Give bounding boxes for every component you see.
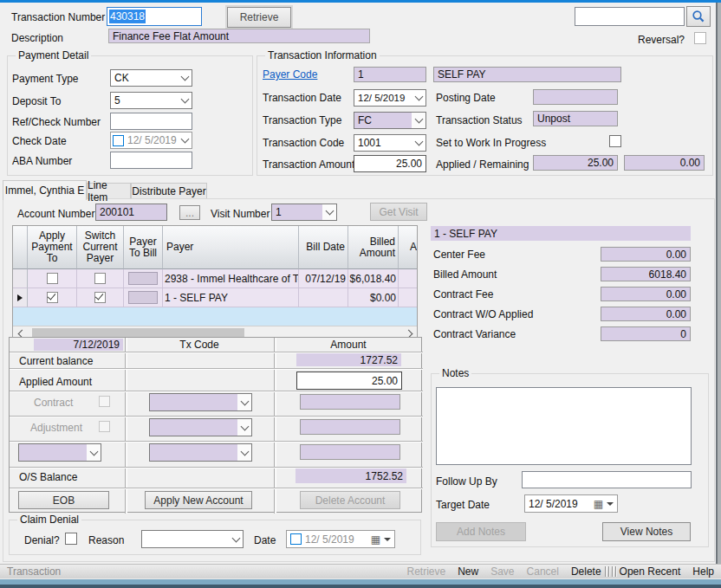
bill-date-cell[interactable]: 07/12/19 (299, 269, 348, 288)
billed-amount-label: Billed Amount (433, 268, 497, 281)
billed-amount-cell[interactable]: $6,018.40 (348, 269, 399, 288)
transaction-date-combo[interactable]: 12/ 5/2019 (354, 89, 426, 107)
visit-number-combo[interactable]: 1 (271, 204, 337, 221)
adjustment-tx-code-combo[interactable] (149, 418, 252, 436)
statusbar-new[interactable]: New (458, 565, 478, 578)
target-date-label: Target Date (436, 499, 490, 511)
denial-date-picker[interactable]: 12/ 5/2019 (286, 530, 395, 548)
transaction-amount-input[interactable]: 25.00 (354, 155, 426, 172)
billed-amount-cell[interactable]: $0.00 (348, 288, 399, 307)
applied-field: 25.00 (533, 155, 618, 171)
retrieve-button[interactable]: Retrieve (227, 7, 291, 28)
grid-col-payer[interactable]: Payer (163, 226, 299, 269)
payer-to-bill-cell[interactable] (128, 291, 158, 304)
statusbar-cancel[interactable]: Cancel (527, 565, 559, 578)
transaction-type-combo[interactable]: FC (354, 112, 426, 129)
contract-amount-field[interactable] (300, 394, 400, 410)
eob-button[interactable]: EOB (18, 491, 109, 509)
grid-col-switch-current-payer[interactable]: Switch Current Payer (77, 226, 124, 269)
statusbar-help[interactable]: Help (692, 565, 714, 578)
payer-summary-title: 1 - SELF PAY (431, 226, 691, 241)
table-row[interactable]: 2938 - Immel Healthcare of Texa 07/12/19… (13, 269, 417, 288)
apply-new-account-button[interactable]: Apply New Account (145, 491, 252, 509)
row-selector-cell[interactable] (13, 288, 28, 307)
extra-tx-code-combo[interactable] (149, 443, 252, 462)
deposit-to-combo[interactable]: 5 (110, 92, 192, 109)
switch-payer-checkbox[interactable] (94, 292, 106, 303)
contract-tx-code-combo[interactable] (149, 393, 252, 411)
statusbar-grip-icon (605, 566, 616, 577)
statusbar-save[interactable]: Save (490, 565, 514, 578)
reason-label: Reason (88, 534, 124, 546)
apply-payment-checkbox[interactable] (47, 292, 58, 303)
transaction-status-field: Unpost (533, 111, 618, 126)
adjustment-amount-field[interactable] (300, 419, 400, 435)
view-notes-button[interactable]: View Notes (602, 522, 691, 541)
statusbar-delete[interactable]: Delete (571, 565, 601, 578)
description-field: Finance Fee Flat Amount (108, 29, 370, 43)
work-in-progress-checkbox[interactable] (609, 135, 621, 147)
extra-amount-field[interactable] (300, 444, 400, 460)
payer-cell[interactable]: 1 - SELF PAY (163, 288, 299, 307)
grid-col-bill-date[interactable]: Bill Date (299, 226, 348, 269)
payer-code-link[interactable]: Payer Code (263, 68, 317, 81)
apply-table: 7/12/2019 Tx Code Amount Current balance… (9, 337, 422, 513)
row-selector-cell[interactable] (13, 269, 28, 288)
denial-date-checkbox[interactable] (290, 533, 302, 545)
contract-checkbox[interactable] (99, 396, 110, 407)
chevron-down-icon (412, 90, 425, 106)
payment-type-combo[interactable]: CK (110, 69, 192, 87)
check-date-picker[interactable]: 12/ 5/2019 (110, 132, 192, 149)
ref-check-number-input[interactable] (110, 113, 192, 130)
grid-col-payer-to-bill[interactable]: Payer To Bill (124, 226, 163, 269)
payer-grid[interactable]: Apply Payment To Switch Current Payer Pa… (12, 225, 418, 341)
transaction-number-input[interactable]: 430318 (107, 7, 202, 26)
denial-date-value: 12/ 5/2019 (305, 533, 367, 546)
grid-col-billed-amount[interactable]: Billed Amount (348, 226, 399, 269)
notes-textarea[interactable] (436, 387, 692, 465)
statusbar-retrieve[interactable]: Retrieve (406, 565, 445, 578)
apply-payment-checkbox[interactable] (47, 273, 58, 284)
payer-to-bill-cell[interactable] (128, 272, 158, 285)
window-right-border-outer (718, 3, 721, 578)
get-visit-button[interactable]: Get Visit (370, 203, 427, 221)
deposit-to-label: Deposit To (12, 95, 61, 107)
switch-payer-checkbox[interactable] (94, 273, 106, 284)
search-input[interactable] (575, 7, 685, 26)
statusbar-open-recent[interactable]: Open Recent (620, 565, 681, 578)
delete-account-button[interactable]: Delete Account (300, 491, 400, 509)
applied-amount-label: Applied Amount (19, 376, 92, 388)
applied-amount-input[interactable]: 25.00 (296, 372, 402, 390)
check-date-checkbox[interactable] (113, 135, 124, 146)
extra-type-combo[interactable] (18, 443, 101, 462)
claim-denial-title: Claim Denial (17, 514, 81, 526)
search-button[interactable] (686, 6, 711, 27)
transaction-code-value: 1001 (354, 137, 412, 149)
follow-up-by-label: Follow Up By (436, 475, 497, 488)
follow-up-by-input[interactable] (522, 471, 692, 488)
chevron-down-icon (181, 135, 190, 144)
tab-distribute-payer[interactable]: Distribute Payer (131, 183, 207, 198)
adjustment-checkbox[interactable] (99, 421, 110, 432)
bill-date-cell[interactable] (299, 288, 348, 307)
transaction-status-label: Transaction Status (436, 114, 523, 126)
payer-name-field: SELF PAY (433, 67, 621, 82)
chevron-down-icon (178, 70, 192, 86)
table-row-current[interactable]: 1 - SELF PAY $0.00 (13, 288, 417, 307)
reversal-checkbox[interactable] (694, 32, 706, 44)
payer-cell[interactable]: 2938 - Immel Healthcare of Texa (163, 269, 299, 288)
add-notes-button[interactable]: Add Notes (436, 522, 526, 541)
denial-reason-combo[interactable] (141, 530, 244, 548)
visit-number-value: 1 (272, 206, 322, 218)
transaction-amount-value: 25.00 (396, 158, 422, 170)
account-number-field[interactable]: 200101 (95, 204, 167, 221)
browse-account-button[interactable]: ... (179, 205, 200, 220)
target-date-picker[interactable]: 12/ 5/2019 (524, 494, 618, 513)
grid-col-apply-payment-to[interactable]: Apply Payment To (28, 226, 77, 269)
denial-checkbox[interactable] (65, 533, 77, 545)
aba-number-input[interactable] (110, 152, 192, 169)
tab-patient[interactable]: Immel, Cynthia E (3, 180, 87, 200)
transaction-code-combo[interactable]: 1001 (354, 134, 426, 152)
status-bar: Transaction Retrieve New Save Cancel Del… (0, 564, 721, 578)
tab-line-item[interactable]: Line Item (87, 183, 131, 198)
